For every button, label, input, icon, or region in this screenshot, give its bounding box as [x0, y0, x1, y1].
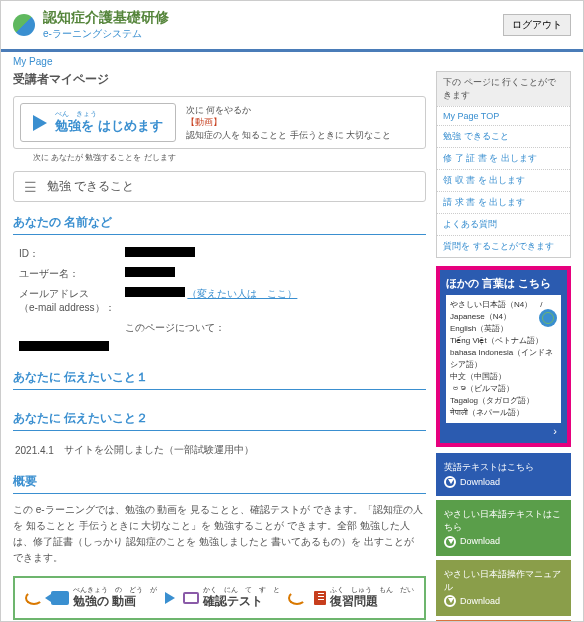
side-nav-heading: 下の ページに 行くことができます	[437, 72, 570, 106]
side-link-inquiry[interactable]: 質問を することができます	[437, 235, 570, 257]
monitor-icon	[183, 592, 199, 604]
download-icon	[444, 536, 456, 548]
arrow-right-icon	[165, 592, 175, 604]
message2-heading: あなたに 伝えたいこと２	[13, 410, 426, 431]
value-username	[125, 267, 175, 277]
study-list-button[interactable]: ☰ 勉強 できること	[13, 171, 426, 202]
download-title: やさしい日本語テキストはこちら	[444, 508, 563, 533]
lang-item: नेपाली（ネパール語）	[450, 407, 557, 419]
download-icon	[444, 476, 456, 488]
breadcrumb[interactable]: My Page	[1, 52, 583, 71]
download-label: Download	[460, 535, 500, 548]
start-movie-tag: 【動画】	[186, 116, 392, 129]
site-subtitle: e-ラーニングシステム	[43, 27, 169, 41]
start-caption: 次に あなたが 勉強することを だします	[33, 152, 426, 163]
download-title: 英語テキストはこちら	[444, 461, 563, 474]
language-box[interactable]: ほかの 言葉は こちら やさしい日本語（N4） / Japanese（N4） E…	[436, 266, 571, 447]
download-title: やさしい日本語操作マニュアル	[444, 568, 563, 593]
lang-item: Tiếng Việt（ベトナム語）	[450, 335, 557, 347]
header: 認知症介護基礎研修 e-ラーニングシステム ログアウト	[1, 1, 583, 52]
site-title: 認知症介護基礎研修	[43, 9, 169, 27]
label-id: ID：	[15, 245, 119, 263]
label-username: ユーザー名：	[15, 265, 119, 283]
diagram-test: かく にん て す と確認テスト	[183, 586, 280, 610]
start-study-box: べん きょう 勉強を はじめます 次に 何をやるか 【動画】 認知症の人を 知る…	[13, 96, 426, 149]
diagram-video: べんきょう の どう が勉強の 動画	[51, 586, 157, 610]
lang-item: 中文（中国語）	[450, 371, 557, 383]
value-id	[125, 247, 195, 257]
message1-heading: あなたに 伝えたいこと１	[13, 369, 426, 390]
video-icon	[51, 591, 69, 605]
lang-item: bahasa Indonesia（インドネシア語）	[450, 347, 557, 371]
chevron-right-icon: ›	[446, 423, 561, 437]
overview-text: この e-ラーニングでは、勉強の 動画を 見ることと、確認テストが できます。「…	[13, 502, 426, 566]
flow-diagram: べんきょう の どう が勉強の 動画 かく にん て す と確認テスト ふく し…	[13, 576, 426, 620]
page-title: 受講者マイページ	[13, 71, 426, 88]
download-english-text[interactable]: 英語テキストはこちら Download	[436, 453, 571, 496]
side-link-invoice[interactable]: 請 求 書 を 出します	[437, 191, 570, 213]
start-ruby: べん きょう	[55, 110, 163, 117]
change-email-link[interactable]: （変えたい人は ここ）	[187, 288, 297, 299]
side-link-faq[interactable]: よくある質問	[437, 213, 570, 235]
start-movie-title: 認知症の人を 知ることと 手伝うときに 大切なこと	[186, 129, 392, 142]
side-nav-list: My Page TOP 勉強 できること 修 了 証 書 を 出します 領 収 …	[437, 106, 570, 257]
lang-item: English（英語）	[450, 323, 557, 335]
logout-button[interactable]: ログアウト	[503, 14, 571, 36]
side-nav: 下の ページに 行くことができます My Page TOP 勉強 できること 修…	[436, 71, 571, 258]
profile-heading: あなたの 名前など	[13, 214, 426, 235]
download-easy-jp-text[interactable]: やさしい日本語テキストはこちら Download	[436, 500, 571, 556]
start-label: 勉強を はじめます	[55, 118, 163, 133]
list-icon: ☰	[24, 179, 37, 195]
study-list-label: 勉強 できること	[47, 178, 134, 195]
start-next-label: 次に 何をやるか	[186, 104, 392, 117]
download-easy-jp-manual[interactable]: やさしい日本語操作マニュアル Download	[436, 560, 571, 616]
play-icon	[33, 115, 47, 131]
overview-heading: 概要	[13, 473, 426, 494]
label-about: このページについて：	[121, 319, 302, 337]
language-list: やさしい日本語（N4） / Japanese（N4） English（英語） T…	[446, 295, 561, 423]
side-link-receipt[interactable]: 領 収 書 を 出します	[437, 169, 570, 191]
download-label: Download	[460, 476, 500, 489]
news-date: 2021.4.1	[15, 441, 62, 459]
news-text: サイトを公開しました（一部試験運用中）	[64, 441, 262, 459]
loop-arrow-icon	[25, 591, 43, 605]
download-label: Download	[460, 595, 500, 608]
language-heading: ほかの 言葉は こちら	[446, 276, 561, 291]
value-email	[125, 287, 185, 297]
logo	[13, 14, 35, 36]
globe-icon	[539, 309, 557, 327]
value-about	[19, 341, 109, 351]
download-icon	[444, 595, 456, 607]
start-info: 次に 何をやるか 【動画】 認知症の人を 知ることと 手伝うときに 大切なこと	[186, 104, 392, 142]
side-link-certificate[interactable]: 修 了 証 書 を 出します	[437, 147, 570, 169]
loop-arrow-icon	[288, 591, 306, 605]
side-link-study[interactable]: 勉強 できること	[437, 125, 570, 147]
lang-item: ဗမာ（ビルマ語）	[450, 383, 557, 395]
side-link-mypage[interactable]: My Page TOP	[437, 106, 570, 125]
document-icon	[314, 591, 326, 605]
lang-item: Tagalog（タガログ語）	[450, 395, 557, 407]
diagram-review: ふく しゅう もん だい復習問題	[314, 586, 414, 610]
start-study-button[interactable]: べん きょう 勉強を はじめます	[20, 103, 176, 142]
label-email: メールアドレス （e-mail address）：	[15, 285, 119, 317]
profile-table: ID： ユーザー名： メールアドレス （e-mail address）： （変え…	[13, 243, 303, 357]
news-table: 2021.4.1サイトを公開しました（一部試験運用中）	[13, 439, 264, 461]
